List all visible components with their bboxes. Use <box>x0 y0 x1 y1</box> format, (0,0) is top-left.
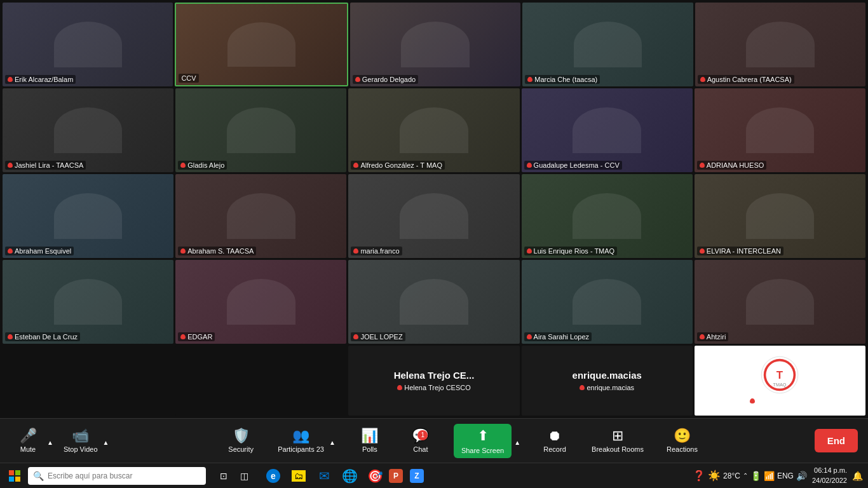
video-caret[interactable]: ▲ <box>102 439 111 446</box>
record-button[interactable]: ⏺ Record <box>537 426 573 456</box>
participant-name-2: CCV <box>179 74 198 83</box>
label-cell-helena[interactable]: Helena Trejo CE... Helena Trejo CESCO <box>348 346 519 416</box>
participant-cell-3[interactable]: Gerardo Delgado <box>350 3 520 86</box>
participant-name-3: Gerardo Delgado <box>353 75 418 84</box>
help-icon[interactable]: ❓ <box>693 470 705 482</box>
participant-cell-5[interactable]: Agustin Cabrera (TAACSA) <box>695 3 865 86</box>
search-input[interactable] <box>48 471 201 480</box>
participant-cell-15[interactable]: ELVIRA - INTERCLEAN <box>695 174 865 258</box>
app-zoom[interactable]: Z <box>405 464 428 487</box>
polls-icon: 📊 <box>361 429 378 443</box>
participant-cell-12[interactable]: Abraham S. TAACSA <box>175 174 346 258</box>
chevron-icon[interactable]: ⌃ <box>743 472 748 479</box>
participants-button[interactable]: 👥 Participants 23 <box>274 426 328 456</box>
participant-name-7: Gladis Alejo <box>178 161 227 170</box>
pinned-apps: e 🗂 ✉ 🌐 🎯 P Z <box>262 464 428 487</box>
windows-icon <box>8 470 21 482</box>
polls-button[interactable]: 📊 Polls <box>352 426 388 456</box>
taskbar-search-box[interactable]: 🔍 <box>28 467 206 485</box>
record-icon: ⏺ <box>548 429 562 443</box>
participants-button-group[interactable]: 👥 Participants 23 ▲ <box>274 426 337 456</box>
tmaq-logo-svg: T TMAQ <box>761 356 799 394</box>
participant-cell-10[interactable]: ADRIANA HUESO <box>695 88 865 172</box>
label-small-wendy: Wendy Lamadrid <box>747 396 812 405</box>
mute-button-group[interactable]: 🎤 Mute ▲ <box>10 426 55 456</box>
mute-caret[interactable]: ▲ <box>46 439 55 446</box>
participant-name-15: ELVIRA - INTERCLEAN <box>697 247 783 255</box>
participant-name-5: Agustin Cabrera (TAACSA) <box>698 75 794 84</box>
explorer-icon: 🗂 <box>292 470 306 482</box>
participant-cell-14[interactable]: Luis Enrique Rios - TMAQ <box>522 174 693 258</box>
reactions-icon: 🙂 <box>674 429 691 443</box>
temperature: 28°C <box>723 471 740 480</box>
video-row-2: Jashiel Lira - TAACSA Gladis Alejo Alfre… <box>3 88 865 172</box>
keyboard-icon: ENG <box>777 471 794 480</box>
start-button[interactable] <box>5 466 24 485</box>
svg-rect-7 <box>9 477 14 482</box>
stop-video-button-group[interactable]: 📹 Stop Video ▲ <box>60 426 111 456</box>
participant-cell-20[interactable]: Ahtziri <box>695 260 865 344</box>
participant-name-12: Abraham S. TAACSA <box>178 247 256 255</box>
chat-button[interactable]: 💬 1 Chat <box>403 426 438 456</box>
share-screen-icon: ⬆ <box>477 428 489 444</box>
svg-text:TMAQ: TMAQ <box>773 382 787 388</box>
notification-button[interactable]: 🔔 <box>852 471 863 481</box>
widgets-button[interactable]: ◫ <box>235 467 253 485</box>
app-powerpoint[interactable]: P <box>389 469 403 483</box>
security-button[interactable]: 🛡️ Security <box>223 426 259 456</box>
label-small-enrique: enrique.macias <box>577 383 637 392</box>
svg-rect-6 <box>15 470 20 475</box>
participant-cell-2[interactable]: CCV <box>175 3 348 86</box>
app-unknown1[interactable]: 🎯 <box>363 464 386 487</box>
participant-cell-7[interactable]: Gladis Alejo <box>175 88 346 172</box>
participant-cell-4[interactable]: Marcia Che (taacsa) <box>522 3 693 86</box>
task-view-button[interactable]: ⊡ <box>215 467 233 485</box>
app-mail[interactable]: ✉ <box>313 464 336 487</box>
participant-cell-9[interactable]: Guadalupe Ledesma - CCV <box>522 88 693 172</box>
participant-name-20: Ahtziri <box>697 332 729 341</box>
participant-cell-1[interactable]: Erik Alcaraz/Balam <box>3 3 173 86</box>
participant-cell-11[interactable]: Abraham Esquivel <box>3 174 173 258</box>
participant-cell-16[interactable]: Esteban De La Cruz <box>3 260 173 344</box>
reactions-button[interactable]: 🙂 Reactions <box>663 426 702 456</box>
participant-name-6: Jashiel Lira - TAACSA <box>5 161 86 170</box>
participant-cell-6[interactable]: Jashiel Lira - TAACSA <box>3 88 173 172</box>
logo-cell-wendy[interactable]: T TMAQ Wendy Lamadrid <box>695 346 865 416</box>
participant-cell-19[interactable]: Aira Sarahi Lopez <box>522 260 693 344</box>
breakout-rooms-button[interactable]: ⊞ Breakout Rooms <box>588 426 648 456</box>
mute-button[interactable]: 🎤 Mute <box>10 426 46 456</box>
app-edge[interactable]: e <box>262 464 285 487</box>
share-screen-caret[interactable]: ▲ <box>513 439 522 446</box>
svg-rect-8 <box>15 477 20 482</box>
app-explorer[interactable]: 🗂 <box>287 464 310 487</box>
participant-cell-13[interactable]: maria.franco <box>348 174 519 258</box>
participant-cell-18[interactable]: JOEL LOPEZ <box>348 260 519 344</box>
participant-name-4: Marcia Che (taacsa) <box>525 75 600 84</box>
svg-text:T: T <box>776 369 783 381</box>
participant-name-10: ADRIANA HUESO <box>697 161 766 170</box>
participants-icon: 👥 <box>292 429 309 443</box>
weather-icon: ☀️ <box>708 470 721 482</box>
participant-name-8: Alfredo González - T MAQ <box>351 161 445 170</box>
share-screen-button[interactable]: ⬆ Share Screen <box>454 424 512 458</box>
edge-icon: e <box>266 469 280 483</box>
end-button[interactable]: End <box>815 429 858 452</box>
toolbar: 🎤 Mute ▲ 📹 Stop Video ▲ 🛡️ Security 👥 Pa… <box>0 418 868 463</box>
stop-video-button[interactable]: 📹 Stop Video <box>60 426 102 456</box>
svg-rect-5 <box>9 470 14 475</box>
empty-cell-2 <box>175 346 346 416</box>
participant-name-11: Abraham Esquivel <box>5 247 74 255</box>
label-cell-enrique[interactable]: enrique.macias enrique.macias <box>522 346 693 416</box>
video-grid: Erik Alcaraz/Balam CCV Gerardo Delgado <box>0 0 868 418</box>
participant-cell-17[interactable]: EDGAR <box>175 260 346 344</box>
volume-icon[interactable]: 🔊 <box>796 471 807 481</box>
participants-caret[interactable]: ▲ <box>328 439 337 446</box>
participant-name-9: Guadalupe Ledesma - CCV <box>524 161 622 170</box>
chat-icon: 💬 1 <box>412 429 429 443</box>
app-chrome[interactable]: 🌐 <box>338 464 361 487</box>
participant-cell-8[interactable]: Alfredo González - T MAQ <box>348 88 519 172</box>
share-screen-button-group[interactable]: ⬆ Share Screen ▲ <box>454 424 522 458</box>
participant-name-1: Erik Alcaraz/Balam <box>5 75 76 84</box>
shield-icon: 🛡️ <box>233 429 250 443</box>
clock: 06:14 p.m. 24/02/2022 <box>812 466 847 485</box>
